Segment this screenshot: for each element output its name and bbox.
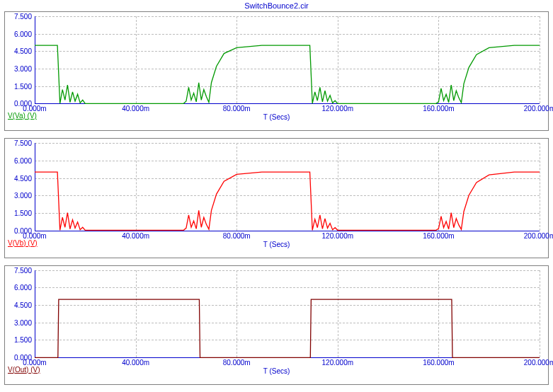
chart-panel-0: 0.0001.5003.0004.5006.0007.5000.000m40.0…	[4, 11, 549, 131]
x-tick-label: 40.000m	[122, 232, 149, 240]
y-tick-label: 6.000	[4, 284, 32, 292]
x-tick-label: 80.000m	[223, 232, 251, 240]
x-axis-label: T (Secs)	[5, 367, 548, 375]
x-tick-label: 200.000m	[524, 359, 553, 367]
series-plot	[35, 16, 540, 103]
x-tick-label: 160.000m	[423, 359, 454, 367]
y-tick-label: 1.500	[4, 209, 32, 217]
y-tick-label: 6.000	[4, 156, 32, 164]
x-axis-label: T (Secs)	[5, 113, 548, 121]
series-plot	[35, 270, 540, 357]
series-line	[35, 299, 540, 357]
series-plot	[35, 143, 540, 230]
y-tick-label: 4.500	[4, 47, 32, 55]
oscilloscope-figure: SwitchBounce2.cir 0.0001.5003.0004.5006.…	[0, 0, 553, 392]
series-line	[35, 172, 540, 230]
y-tick-label: 3.000	[4, 65, 32, 73]
plot-area	[35, 270, 540, 357]
y-tick-label: 3.000	[4, 318, 32, 326]
y-tick-label: 7.500	[4, 266, 32, 274]
x-tick-label: 200.000m	[524, 105, 553, 113]
x-tick-label: 40.000m	[122, 105, 149, 113]
x-tick-label: 120.000m	[322, 105, 353, 113]
y-tick-label: 1.500	[4, 336, 32, 344]
x-tick-label: 80.000m	[223, 359, 251, 367]
chart-panel-1: 0.0001.5003.0004.5006.0007.5000.000m40.0…	[4, 138, 549, 258]
x-tick-label: 200.000m	[524, 232, 553, 240]
series-line	[35, 45, 540, 103]
y-tick-label: 4.500	[4, 301, 32, 309]
chart-panel-2: 0.0001.5003.0004.5006.0007.5000.000m40.0…	[4, 265, 549, 385]
y-tick-label: 6.000	[4, 30, 32, 38]
plot-area	[35, 143, 540, 230]
x-tick-label: 120.000m	[322, 359, 353, 367]
series-label: V(Vb) (V)	[8, 239, 38, 247]
y-tick-label: 7.500	[4, 139, 32, 147]
y-tick-label: 3.000	[4, 192, 32, 200]
x-tick-label: 160.000m	[423, 105, 454, 113]
x-axis-label: T (Secs)	[5, 241, 548, 248]
x-tick-label: 80.000m	[223, 105, 251, 113]
y-tick-label: 1.500	[4, 82, 32, 90]
figure-title: SwitchBounce2.cir	[0, 0, 553, 11]
plot-area	[35, 16, 540, 103]
x-tick-label: 120.000m	[322, 232, 353, 240]
series-label: V(Out) (V)	[8, 366, 40, 374]
x-tick-label: 40.000m	[122, 359, 149, 367]
x-tick-label: 160.000m	[423, 232, 454, 240]
series-label: V(Va) (V)	[8, 112, 37, 120]
y-tick-label: 4.500	[4, 174, 32, 182]
y-tick-label: 7.500	[4, 13, 32, 21]
